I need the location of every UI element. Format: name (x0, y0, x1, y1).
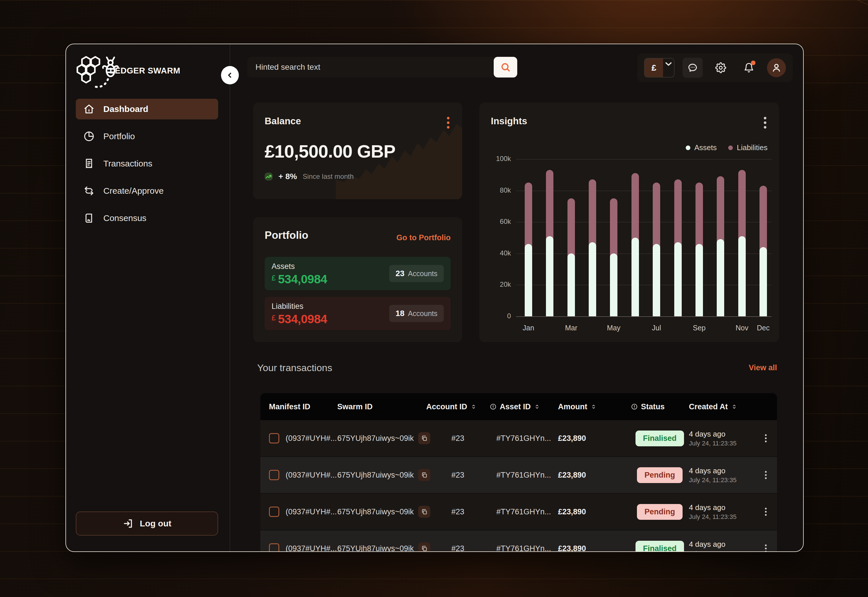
sidebar-item-create-approve[interactable]: Create/Approve (76, 181, 218, 201)
row-menu-button[interactable] (763, 543, 769, 552)
swarm-id: 675YUjh87uiwys~09ik (337, 508, 414, 516)
status-badge: Finalised (635, 431, 684, 446)
created-relative: 4 days ago (689, 540, 759, 549)
brand-name: LEDGER SWARM (110, 66, 180, 76)
manifest-cell: (0937#UYH#... (269, 506, 337, 517)
chat-button[interactable] (683, 58, 703, 78)
sidebar-item-portfolio[interactable]: Portfolio (76, 126, 218, 147)
trending-up-icon (265, 172, 273, 181)
column-header-amount[interactable]: Amount (558, 402, 631, 411)
row-menu-button[interactable] (763, 432, 769, 444)
chart-bar-sep (696, 159, 703, 316)
chart-bar-nov (738, 159, 746, 316)
manifest-cell: (0937#UYH#... (269, 544, 337, 552)
y-axis-tick: 40k (482, 249, 511, 257)
manifest-id: (0937#UYH#... (286, 471, 337, 480)
amount: £23,890 (558, 471, 631, 480)
sort-icon[interactable] (534, 403, 540, 410)
row-checkbox[interactable] (269, 544, 279, 552)
chart-bar-aug (674, 159, 682, 316)
row-menu-button[interactable] (763, 506, 769, 517)
created-relative: 4 days ago (689, 503, 759, 512)
receipt-icon (83, 158, 95, 169)
insights-chart: JanMarMayJulSepNovDec (516, 159, 772, 316)
logout-label: Log out (140, 519, 171, 529)
gear-icon (715, 62, 726, 73)
balance-change-caption: Since last month (303, 172, 354, 181)
insights-title: Insights (491, 116, 527, 126)
portfolio-liabilities-box: Liabilities £ 534,0984 18 Accounts (265, 297, 451, 330)
view-all-link[interactable]: View all (260, 363, 777, 372)
search-icon (500, 62, 511, 73)
app-window: LEDGER SWARM Dashboard Portfolio Transac… (65, 44, 804, 552)
chart-bar-jul (653, 159, 660, 316)
sort-icon[interactable] (731, 403, 738, 410)
amount: £23,890 (558, 434, 631, 443)
row-menu-button[interactable] (763, 469, 769, 481)
account-id: #23 (426, 544, 490, 552)
notifications-button[interactable] (739, 58, 759, 78)
column-header-account-id[interactable]: Account ID (426, 402, 490, 411)
row-checkbox[interactable] (269, 506, 279, 517)
manifest-id: (0937#UYH#... (286, 508, 337, 516)
created-at-cell: 4 days ago July 24, 11:23:35 (689, 430, 759, 447)
asset-id: #TY761GHYn... (490, 434, 558, 443)
sort-icon[interactable] (470, 403, 477, 410)
assets-accounts-badge: 23 Accounts (389, 265, 444, 282)
notification-dot (751, 61, 755, 65)
chart-bar-mar (567, 159, 575, 316)
y-axis-tick: 20k (482, 281, 511, 288)
account-id: #23 (426, 434, 490, 443)
status-badge: Pending (637, 504, 683, 520)
sidebar-item-consensus[interactable]: Consensus (76, 208, 218, 229)
x-axis-tick: Jan (523, 324, 534, 332)
logout-icon (123, 518, 134, 529)
sidebar-collapse-button[interactable] (221, 66, 239, 85)
insights-menu-button[interactable] (761, 117, 769, 129)
balance-title: Balance (265, 116, 301, 126)
created-at-cell: 4 days ago July 24, 11:23:35 (689, 540, 759, 552)
insights-card: Insights AssetsLiabilities 100k80k60k40k… (479, 102, 779, 342)
chart-bar-oct (717, 159, 724, 316)
sort-icon[interactable] (590, 403, 597, 410)
currency-selector[interactable]: £ (644, 58, 675, 77)
column-header-asset-id[interactable]: Asset ID (490, 402, 558, 411)
amount: £23,890 (558, 508, 631, 516)
sidebar: LEDGER SWARM Dashboard Portfolio Transac… (66, 44, 230, 551)
manifest-cell: (0937#UYH#... (269, 470, 337, 480)
status-cell: Pending (631, 504, 689, 520)
currency-symbol: £ (645, 59, 663, 77)
x-axis-tick: Jul (652, 324, 661, 332)
transactions-table: Manifest IDSwarm IDAccount IDAsset IDAmo… (260, 393, 777, 552)
search-button[interactable] (494, 57, 517, 77)
x-axis-tick: Mar (565, 324, 577, 332)
balance-amount: £10,500.00 GBP (265, 141, 395, 162)
x-axis-tick: May (607, 324, 620, 332)
created-at-cell: 4 days ago July 24, 11:23:35 (689, 503, 759, 521)
go-to-portfolio-link[interactable]: Go to Portfolio (396, 233, 451, 242)
balance-card: Balance £10,500.00 GBP + 8% Since last m… (253, 102, 462, 199)
column-header-status: Status (631, 402, 689, 411)
y-axis-tick: 100k (482, 155, 511, 163)
legend-item: Liabilities (728, 143, 767, 152)
status-cell: Finalised (631, 431, 689, 446)
row-checkbox[interactable] (269, 433, 279, 443)
x-axis-tick: Sep (693, 324, 706, 332)
y-axis-tick: 80k (482, 186, 511, 194)
sidebar-item-transactions[interactable]: Transactions (76, 153, 218, 174)
search-input[interactable] (248, 57, 517, 77)
logout-button[interactable]: Log out (76, 511, 218, 536)
chart-bar-may (610, 159, 617, 316)
sidebar-item-label: Portfolio (103, 131, 135, 141)
settings-button[interactable] (711, 58, 731, 78)
chart-bar-jan (525, 159, 532, 316)
swarm-cell: 675YUjh87uiwys~09ik (337, 506, 426, 518)
sidebar-item-dashboard[interactable]: Dashboard (76, 99, 218, 119)
column-header-swarm-id: Swarm ID (337, 402, 426, 411)
y-axis-tick: 0 (482, 312, 511, 320)
column-header-created-at[interactable]: Created At (689, 402, 759, 411)
status-cell: Pending (631, 467, 689, 483)
x-axis-tick: Dec (757, 324, 770, 332)
user-avatar[interactable] (767, 58, 786, 77)
row-checkbox[interactable] (269, 470, 279, 480)
